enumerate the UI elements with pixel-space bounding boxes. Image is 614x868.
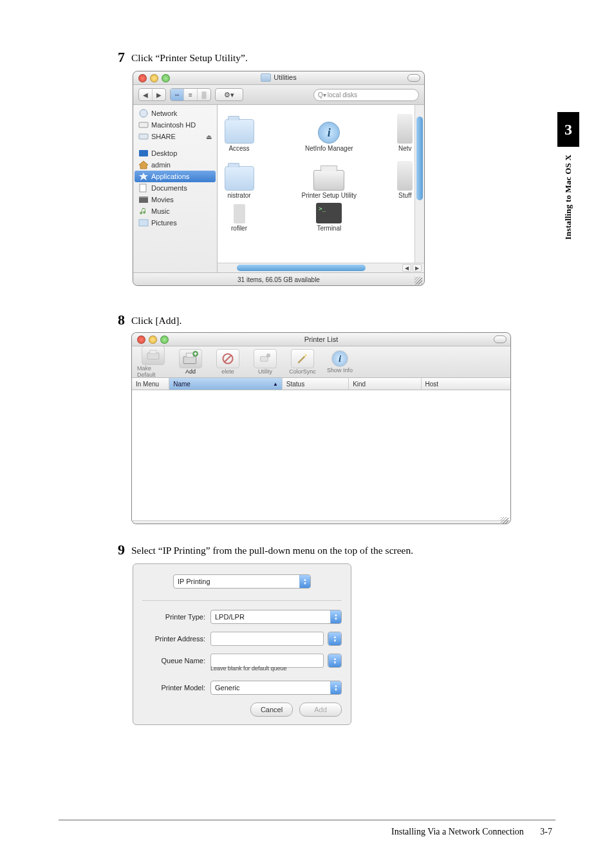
horizontal-scrollbar[interactable]: ◀ ▶: [218, 263, 424, 272]
sidebar-item-pictures[interactable]: Pictures: [135, 217, 216, 229]
toolbar-toggle-pill[interactable]: [407, 74, 420, 82]
traffic-lights: [137, 335, 169, 344]
zoom-icon[interactable]: [160, 335, 169, 344]
sidebar-item-label: Documents: [151, 184, 187, 192]
toolbar-label: elete: [221, 368, 234, 375]
view-icon-button[interactable]: ▫▫: [171, 89, 184, 100]
close-icon[interactable]: [137, 335, 145, 344]
window-title: Printer List: [132, 335, 510, 343]
close-icon[interactable]: [138, 74, 147, 82]
sidebar-item-network[interactable]: Network: [135, 108, 216, 119]
step-text: Click [Add].: [131, 314, 181, 328]
file-item[interactable]: rofiler: [218, 200, 268, 232]
back-button[interactable]: ◀: [139, 89, 153, 100]
toolbar-utility[interactable]: Utility: [249, 349, 281, 375]
toolbar-delete[interactable]: elete: [212, 349, 244, 375]
figure-ip-printing-sheet: IP Printing ▲▼ Printer Type: LPD/LPR ▲▼ …: [133, 563, 351, 725]
search-input[interactable]: Q▾ local disks: [313, 89, 419, 101]
svg-rect-1: [139, 122, 148, 127]
svg-marker-5: [139, 173, 148, 180]
sidebar-item-music[interactable]: Music: [135, 205, 216, 217]
stop-icon: [216, 349, 239, 368]
sidebar-item-desktop[interactable]: Desktop: [135, 147, 216, 159]
sort-asc-icon: ▲: [273, 381, 278, 387]
file-row: nistrator Printer Setup Utility Stuff: [218, 152, 424, 199]
printer-type-select[interactable]: LPD/LPR ▲▼: [210, 610, 342, 624]
sidebar-item-movies[interactable]: Movies: [135, 194, 216, 205]
minimize-icon[interactable]: [150, 74, 158, 82]
printer-model-select[interactable]: Generic ▲▼: [210, 681, 342, 695]
step-text: Select “IP Printing” from the pull-down …: [131, 544, 413, 558]
pictures-icon: [138, 218, 149, 227]
cancel-button[interactable]: Cancel: [250, 703, 293, 717]
toolbar-label: Show Info: [327, 367, 353, 373]
sidebar-item-admin[interactable]: admin: [135, 159, 216, 171]
step-number: 8: [107, 313, 125, 327]
view-mode-group: ▫▫ ≡ ▒: [170, 88, 211, 101]
sidebar-item-label: Desktop: [151, 149, 177, 157]
printer-list-toolbar: Make Default Add elete Utility: [132, 346, 510, 378]
column-kind[interactable]: Kind: [349, 378, 421, 390]
column-label: Name: [173, 381, 191, 388]
file-item-terminal[interactable]: >_ Terminal: [288, 200, 371, 232]
toolbar-colorsync[interactable]: ColorSync: [286, 349, 319, 375]
view-list-button[interactable]: ≡: [184, 89, 198, 100]
toolbar-add[interactable]: Add: [174, 349, 207, 375]
scrollbar-thumb[interactable]: [237, 265, 366, 271]
svg-point-0: [140, 109, 147, 117]
file-row: rofiler >_ Terminal: [218, 199, 424, 232]
footer-rule: [59, 820, 555, 820]
file-label: Printer Setup Utility: [288, 192, 371, 199]
toolbar-show-info[interactable]: i Show Info: [324, 350, 356, 373]
step-number: 7: [107, 50, 125, 64]
printing-method-select[interactable]: IP Printing ▲▼: [173, 574, 311, 589]
file-item[interactable]: i NetInfo Manager: [288, 110, 371, 152]
scroll-right-icon[interactable]: ▶: [413, 264, 422, 272]
svg-rect-11: [150, 350, 156, 354]
printer-address-input[interactable]: [210, 632, 324, 646]
column-status[interactable]: Status: [283, 378, 349, 390]
select-value: LPD/LPR: [215, 613, 337, 621]
toolbar-toggle-pill[interactable]: [494, 335, 507, 343]
chapter-side-tab: 3 Installing to Mac OS X: [557, 112, 579, 240]
resize-grip[interactable]: [414, 277, 422, 285]
actions-menu-button[interactable]: ⚙▾: [215, 88, 243, 101]
queue-name-history[interactable]: ▲▼: [328, 654, 342, 668]
folder-icon: [225, 166, 254, 191]
file-item-printer-setup-utility[interactable]: Printer Setup Utility: [288, 157, 371, 199]
column-host[interactable]: Host: [422, 378, 510, 390]
app-icon: [234, 204, 245, 223]
column-name[interactable]: Name ▲: [169, 378, 283, 390]
sidebar-item-share[interactable]: SHARE ⏏: [135, 131, 216, 142]
file-item[interactable]: nistrator: [218, 157, 268, 199]
zoom-icon[interactable]: [162, 74, 170, 82]
column-in-menu[interactable]: In Menu: [132, 378, 169, 390]
sidebar-item-documents[interactable]: Documents: [135, 182, 216, 194]
scrollbar-thumb[interactable]: [416, 117, 423, 200]
chevron-up-down-icon: ▲▼: [328, 632, 341, 645]
add-printer-sheet: IP Printing ▲▼ Printer Type: LPD/LPR ▲▼ …: [133, 563, 351, 725]
scroll-left-icon[interactable]: ◀: [402, 264, 411, 272]
add-button[interactable]: Add: [299, 703, 342, 717]
chevron-up-down-icon: ▲▼: [330, 681, 341, 694]
resize-grip[interactable]: [501, 517, 508, 524]
svg-rect-2: [139, 134, 148, 139]
sidebar-item-hd[interactable]: Macintosh HD: [135, 119, 216, 131]
file-item[interactable]: Access: [218, 110, 268, 152]
sidebar-item-applications[interactable]: Applications: [135, 171, 216, 182]
minimize-icon[interactable]: [149, 335, 157, 344]
footer-page-number: 3-7: [540, 827, 552, 836]
sidebar-item-label: Network: [151, 109, 177, 117]
traffic-lights: [138, 74, 170, 82]
printer-add-icon: [179, 349, 202, 368]
colorsync-icon: [291, 349, 314, 368]
vertical-scrollbar[interactable]: [414, 105, 424, 263]
view-column-button[interactable]: ▒: [198, 89, 210, 100]
forward-button[interactable]: ▶: [153, 89, 165, 100]
select-value: IP Printing: [178, 578, 306, 585]
eject-icon[interactable]: ⏏: [206, 133, 212, 140]
chevron-up-down-icon: ▲▼: [299, 575, 310, 588]
applications-icon: [138, 172, 149, 181]
printer-address-history[interactable]: ▲▼: [328, 632, 342, 646]
toolbar-make-default[interactable]: Make Default: [137, 346, 169, 378]
